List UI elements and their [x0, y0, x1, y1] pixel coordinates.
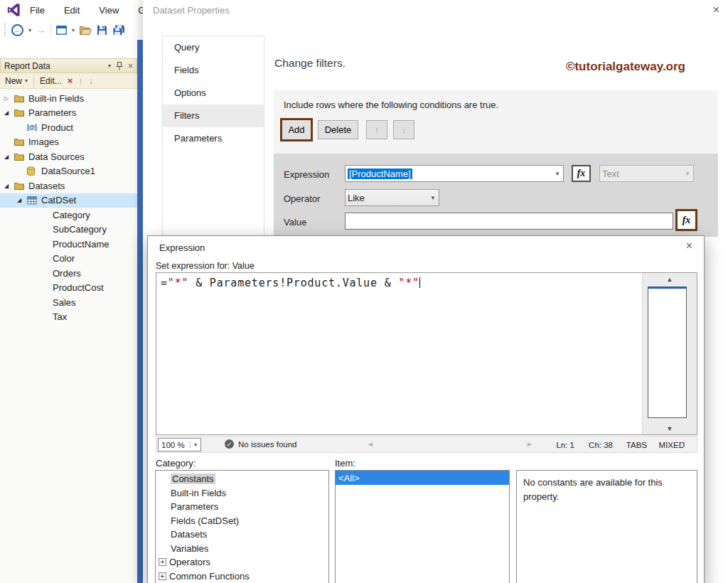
plus-expander-icon[interactable]: +: [159, 572, 166, 580]
tree-label[interactable]: ProductName: [53, 239, 109, 250]
new-dropdown-caret-icon[interactable]: ▾: [25, 77, 28, 84]
tree-item-data-sources[interactable]: ◢ Data Sources: [0, 149, 137, 164]
category-variables[interactable]: Variables: [156, 542, 328, 556]
tree-label[interactable]: Data Sources: [28, 151, 85, 162]
tree-label[interactable]: Parameters: [28, 107, 76, 118]
tree-item-images[interactable]: Images: [0, 135, 137, 150]
close-icon[interactable]: ×: [686, 240, 692, 252]
close-icon[interactable]: ×: [713, 4, 719, 16]
editor-scrollbar[interactable]: ▲ ▼: [642, 273, 697, 434]
nav-item-query[interactable]: Query: [163, 36, 264, 59]
tree-item-orders[interactable]: Orders: [0, 266, 137, 281]
value-input[interactable]: [345, 213, 673, 230]
expanded-expander-icon[interactable]: ◢: [17, 197, 27, 203]
nav-previous-icon[interactable]: ◄: [367, 440, 374, 448]
new-window-icon[interactable]: [56, 26, 67, 35]
expression-code-line[interactable]: ="*" & Parameters!Product.Value & "*": [161, 277, 420, 289]
category-operators[interactable]: +Operators: [156, 555, 328, 569]
category-common-functions[interactable]: +Common Functions: [156, 569, 328, 583]
edit-button[interactable]: Edit...: [40, 76, 62, 86]
move-filter-down-button[interactable]: ↓: [393, 120, 414, 139]
tree-label[interactable]: Tax: [53, 311, 67, 322]
tree-label[interactable]: Datasets: [28, 181, 65, 191]
tree-label[interactable]: ProductCost: [53, 282, 104, 293]
tree-item-datasource1[interactable]: DataSource1: [0, 164, 137, 179]
category-label-text[interactable]: Common Functions: [169, 571, 250, 582]
expression-combobox[interactable]: [ProductName] ▾: [345, 165, 564, 182]
zoom-combobox[interactable]: 100 % ▾: [158, 438, 201, 451]
scroll-up-icon[interactable]: ▲: [643, 276, 697, 283]
tree-label[interactable]: Orders: [53, 268, 81, 279]
category-label-text[interactable]: Constants: [171, 474, 215, 484]
nav-item-filters[interactable]: Filters: [163, 105, 264, 127]
tree-item-tax[interactable]: Tax: [0, 310, 137, 325]
menu-edit[interactable]: Edit: [64, 5, 80, 16]
menu-view[interactable]: View: [99, 5, 119, 16]
back-dropdown-caret-icon[interactable]: ▾: [28, 27, 31, 33]
category-label-text[interactable]: Built-in Fields: [171, 488, 226, 498]
close-pane-icon[interactable]: ×: [128, 60, 133, 72]
category-label-text[interactable]: Parameters: [171, 501, 218, 512]
navigate-forward-icon[interactable]: →: [36, 25, 46, 36]
window-position-caret-icon[interactable]: ▾: [108, 63, 111, 69]
save-icon[interactable]: [97, 25, 107, 36]
scroll-down-icon[interactable]: ▼: [643, 425, 697, 432]
category-constants[interactable]: Constants: [156, 472, 328, 486]
expanded-expander-icon[interactable]: ◢: [4, 183, 14, 189]
category-fields-catdset[interactable]: Fields (CatDSet): [156, 514, 328, 528]
scrollbar-thumb[interactable]: [648, 287, 687, 418]
tree-item-productcost[interactable]: ProductCost: [0, 281, 137, 296]
category-label-text[interactable]: Datasets: [171, 529, 207, 540]
report-data-header[interactable]: Report Data ▾ ×: [0, 58, 137, 73]
tree-item-datasets[interactable]: ◢ Datasets: [0, 178, 137, 193]
save-all-icon[interactable]: [112, 25, 125, 36]
category-label-text[interactable]: Operators: [169, 557, 210, 567]
navigate-back-icon[interactable]: ←: [11, 24, 23, 36]
tree-label[interactable]: Product: [41, 122, 73, 133]
plus-expander-icon[interactable]: +: [159, 558, 166, 566]
tree-label[interactable]: Built-in Fields: [28, 93, 84, 104]
pin-icon[interactable]: [116, 62, 123, 70]
value-fx-button[interactable]: fx: [675, 209, 697, 231]
chevron-down-icon[interactable]: ▾: [427, 194, 439, 201]
collapsed-expander-icon[interactable]: ▷: [4, 95, 14, 102]
open-folder-icon[interactable]: [80, 26, 92, 35]
expanded-expander-icon[interactable]: ◢: [4, 109, 14, 116]
tree-item-color[interactable]: Color: [0, 252, 137, 267]
expression-fx-button[interactable]: fx: [572, 165, 591, 182]
tree-label[interactable]: Category: [53, 210, 90, 220]
expression-code-editor[interactable]: ="*" & Parameters!Product.Value & "*" ▲ …: [156, 272, 697, 435]
tree-item-catdset[interactable]: ◢ CatDSet: [0, 193, 137, 208]
move-filter-up-button[interactable]: ↑: [366, 120, 387, 139]
tree-label[interactable]: SubCategory: [53, 224, 107, 235]
toolbar-grip[interactable]: [4, 23, 6, 36]
delete-button[interactable]: Delete: [318, 120, 358, 139]
type-combobox[interactable]: Text ▾: [599, 165, 694, 182]
add-button[interactable]: Add: [280, 118, 313, 141]
tree-item-parameters[interactable]: ◢ Parameters: [0, 106, 137, 121]
tree-label[interactable]: DataSource1: [41, 166, 95, 176]
category-parameters[interactable]: Parameters: [156, 500, 328, 514]
chevron-down-icon[interactable]: ▾: [552, 170, 563, 177]
category-label-text[interactable]: Variables: [171, 543, 208, 554]
move-up-icon[interactable]: ↑: [78, 75, 83, 86]
tree-label[interactable]: Sales: [53, 297, 76, 308]
delete-item-icon[interactable]: ×: [68, 75, 73, 86]
chevron-down-icon[interactable]: ▾: [190, 442, 200, 448]
category-datasets[interactable]: Datasets: [156, 528, 328, 542]
category-built-in-fields[interactable]: Built-in Fields: [156, 486, 328, 501]
tree-item-subcategory[interactable]: SubCategory: [0, 223, 137, 237]
category-label-text[interactable]: Fields (CatDSet): [171, 515, 239, 526]
tree-item-built-in-fields[interactable]: ▷ Built-in Fields: [0, 91, 137, 106]
nav-item-options[interactable]: Options: [163, 82, 264, 105]
menu-file[interactable]: File: [30, 5, 45, 16]
nav-item-fields[interactable]: Fields: [163, 59, 264, 82]
tree-item-productname[interactable]: ProductName: [0, 237, 137, 252]
new-button[interactable]: New: [5, 76, 22, 86]
tree-item-product[interactable]: [@] Product: [0, 120, 137, 135]
nav-item-parameters[interactable]: Parameters: [163, 127, 264, 150]
operator-combobox[interactable]: Like ▾: [345, 189, 439, 206]
item-all[interactable]: <All>: [336, 471, 509, 485]
tree-item-sales[interactable]: Sales: [0, 295, 137, 310]
tree-label[interactable]: Images: [28, 137, 59, 147]
